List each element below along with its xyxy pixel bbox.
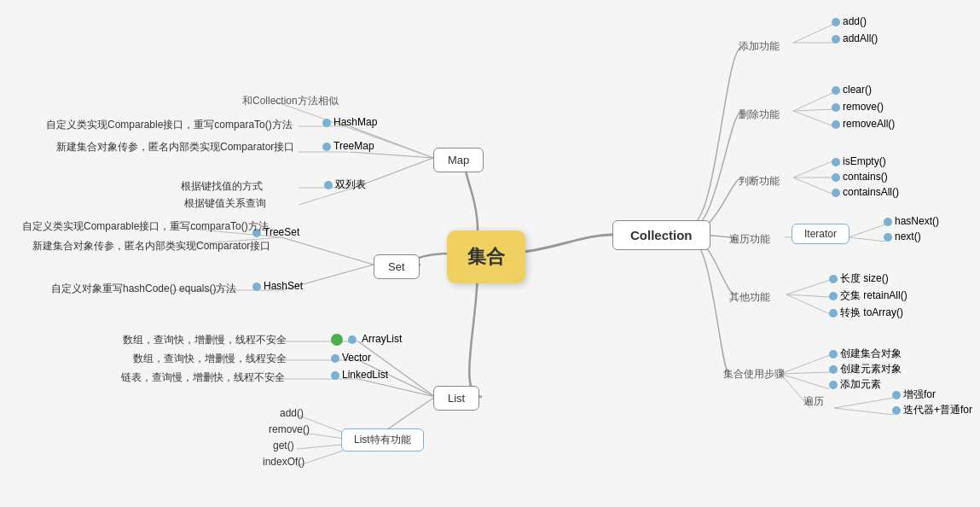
create-element-node: 创建元素对象 [829, 362, 902, 376]
dot-addelement [829, 381, 838, 389]
dot-isempty [832, 158, 840, 166]
dot-removeall [832, 120, 840, 129]
traverse-node: 遍历 [803, 394, 824, 409]
dot-contains [832, 173, 840, 182]
svg-line-19 [834, 408, 894, 415]
map-node: Map [433, 148, 484, 172]
dot-add [832, 18, 840, 26]
dot-toarray [829, 309, 838, 318]
list-remove-node: remove() [269, 423, 310, 435]
collection-usage-node: 集合使用步骤 [720, 365, 788, 383]
set-custom1-node: 自定义类实现Comparable接口，重写comparaTo()方法 [19, 218, 272, 236]
next-node: next() [884, 230, 921, 242]
enhanced-for-node: 增强for [892, 388, 936, 402]
svg-line-11 [786, 280, 830, 294]
vector-node: Vector [331, 352, 371, 364]
svg-line-30 [281, 237, 374, 265]
toarray-node: 转换 toArray() [829, 306, 903, 320]
map-custom1-node: 自定义类实现Comparable接口，重写comparaTo()方法 [43, 116, 296, 134]
iterator-for-node: 迭代器+普通for [892, 403, 972, 417]
svg-line-9 [849, 224, 885, 237]
addall-node: addAll() [832, 32, 878, 44]
isempty-node: isEmpty() [832, 155, 886, 167]
dot-hasnext [884, 218, 892, 226]
hashmap-node: HashMap [322, 116, 377, 128]
add-func-node: 添加功能 [735, 38, 783, 55]
treemap-node: TreeMap [322, 140, 374, 152]
list-node: List [433, 386, 479, 411]
dot-treemap [322, 143, 331, 151]
other-func-node: 其他功能 [726, 288, 774, 306]
arraylist-node: ArrayList [331, 333, 402, 346]
svg-line-4 [793, 111, 834, 126]
svg-line-38 [358, 379, 435, 397]
remove-func-node: 删除功能 [735, 106, 783, 124]
svg-line-5 [793, 160, 834, 178]
dot-linkedlist [331, 371, 339, 380]
dot-hashmap [322, 119, 331, 127]
center-node: 集合 [447, 230, 525, 283]
removeall-node: removeAll() [832, 118, 895, 130]
linkedlist-node: LinkedList [331, 369, 388, 381]
dot-createcol [829, 350, 838, 358]
add-node: add() [832, 15, 867, 27]
svg-line-2 [793, 92, 834, 111]
dot-retainall [829, 292, 838, 300]
collection-node: Collection [612, 220, 710, 250]
dot-enhanced [892, 391, 901, 399]
list-add-node: add() [280, 407, 304, 419]
list-get-node: get() [273, 440, 294, 452]
svg-line-3 [793, 109, 834, 111]
dot-arraylist-green [331, 334, 343, 346]
create-collection-node: 创建集合对象 [829, 347, 902, 361]
iterator-node: Iterator [792, 224, 850, 244]
set-node: Set [374, 254, 420, 279]
dot-arraylist-blue [348, 335, 357, 344]
svg-line-12 [786, 294, 830, 297]
set-custom2-node: 新建集合对象传参，匿名内部类实现Comparator接口 [29, 237, 274, 255]
retainall-node: 交集 retainAll() [829, 288, 908, 303]
map-keyvalue-node: 根据键值关系查询 [181, 195, 270, 213]
dot-iterfor [892, 406, 901, 415]
dot-clear [832, 86, 840, 95]
hashset-node: HashSet [252, 280, 303, 292]
clear-node: clear() [832, 84, 872, 96]
dot-next [884, 233, 892, 242]
svg-line-18 [834, 398, 894, 408]
dot-size [829, 275, 838, 283]
dot-vector [331, 354, 339, 363]
svg-line-0 [793, 24, 834, 43]
judge-func-node: 判断功能 [735, 172, 783, 190]
dot-addall [832, 35, 840, 44]
double-list-node: 双列表 [324, 178, 366, 192]
list-indexof-node: indexOf() [263, 456, 304, 468]
remove-node: remove() [832, 101, 884, 113]
map-similar-node: 和Collection方法相似 [239, 92, 342, 110]
svg-line-10 [849, 237, 885, 242]
map-custom2-node: 新建集合对象传参，匿名内部类实现Comparator接口 [53, 138, 298, 156]
svg-line-7 [793, 178, 834, 195]
containsall-node: containsAll() [832, 186, 899, 198]
list-special-node: List特有功能 [341, 428, 424, 452]
dot-doublelist [324, 181, 333, 189]
mindmap: 集合 Collection Map Set List 添加功能 add() ad… [0, 0, 980, 507]
add-element-node: 添加元素 [829, 377, 881, 392]
arraylist-desc-node: 数组，查询快，增删慢，线程不安全 [119, 331, 290, 349]
svg-line-13 [786, 294, 830, 314]
contains-node: contains() [832, 171, 888, 183]
size-node: 长度 size() [829, 271, 889, 286]
map-findkey-node: 根据键找值的方式 [177, 178, 266, 195]
vector-desc-node: 数组，查询快，增删慢，线程安全 [130, 350, 290, 368]
dot-hashset [252, 283, 261, 291]
traverse-func-node: 遍历功能 [726, 230, 774, 248]
dot-remove [832, 103, 840, 112]
dot-createel [829, 365, 838, 374]
svg-line-22 [350, 152, 433, 158]
linkedlist-desc-node: 链表，查询慢，增删快，线程不安全 [118, 369, 288, 387]
set-hashcode-node: 自定义对象重写hashCode() equals()方法 [48, 280, 240, 298]
dot-containsall [832, 189, 840, 197]
hasnext-node: hasNext() [884, 215, 939, 227]
